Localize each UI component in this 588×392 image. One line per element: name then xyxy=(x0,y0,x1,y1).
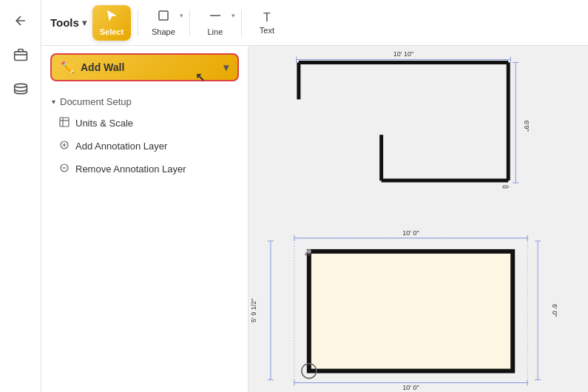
content-area: ✏️ Add Wall ▾ ↖ ▾ Document Setup xyxy=(41,46,588,392)
line-icon xyxy=(209,9,222,26)
add-annotation-label: Add Annotation Layer xyxy=(75,141,167,152)
sidebar xyxy=(0,0,41,392)
svg-rect-0 xyxy=(14,52,27,61)
separator-2 xyxy=(189,10,190,36)
svg-text:✏: ✏ xyxy=(502,182,510,192)
units-scale-item[interactable]: Units & Scale xyxy=(41,112,248,135)
svg-text:6' 0": 6' 0" xyxy=(551,304,558,317)
section-label: Document Setup xyxy=(60,96,132,107)
shape-icon xyxy=(157,9,170,26)
separator-3 xyxy=(241,10,242,36)
svg-text:6'9": 6'9" xyxy=(523,121,530,132)
main-area: Tools ▾ Select ▾ xyxy=(41,0,588,392)
add-wall-chevron[interactable]: ▾ xyxy=(223,61,229,73)
canvas-area: 10' 10" 6'9" ✏ xyxy=(249,46,588,392)
remove-annotation-item[interactable]: Remove Annotation Layer xyxy=(41,158,248,180)
select-icon xyxy=(105,9,118,26)
svg-rect-5 xyxy=(60,118,69,126)
select-label: Select xyxy=(100,27,124,36)
toolbar: Tools ▾ Select ▾ xyxy=(41,0,588,46)
cursor-icon: ↖ xyxy=(195,70,205,84)
add-wall-icon: ✏️ xyxy=(61,61,75,74)
line-label: Line xyxy=(207,27,223,36)
tools-chevron: ▾ xyxy=(82,18,87,28)
document-setup-header[interactable]: ▾ Document Setup xyxy=(41,92,248,112)
units-scale-icon xyxy=(59,117,70,129)
canvas-svg: 10' 10" 6'9" ✏ xyxy=(249,46,588,392)
add-wall-button[interactable]: ✏️ Add Wall ▾ ↖ xyxy=(50,53,239,81)
svg-text:10' 0": 10' 0" xyxy=(402,229,419,237)
line-tool-group: Line ▾ xyxy=(196,5,235,41)
add-annotation-icon xyxy=(59,140,70,152)
shape-tool-group: Shape ▾ xyxy=(144,5,183,41)
add-annotation-item[interactable]: Add Annotation Layer xyxy=(41,135,248,158)
line-tool-button[interactable]: Line xyxy=(196,5,234,41)
svg-point-2 xyxy=(14,84,27,87)
text-label: Text xyxy=(260,26,274,35)
back-button[interactable] xyxy=(7,7,34,34)
text-icon: T xyxy=(263,11,271,24)
separator-1 xyxy=(138,10,138,36)
toolbar-title: Tools ▾ xyxy=(50,16,87,29)
shape-label: Shape xyxy=(152,27,175,36)
svg-text:10' 0": 10' 0" xyxy=(402,384,419,391)
text-tool-button[interactable]: T Text xyxy=(248,5,286,41)
shape-tool-button[interactable]: Shape xyxy=(144,5,183,41)
briefcase-button[interactable] xyxy=(7,41,34,68)
svg-text:5' 9 1/2": 5' 9 1/2" xyxy=(250,299,257,322)
svg-point-45 xyxy=(307,249,311,254)
svg-text:10' 10": 10' 10" xyxy=(393,50,413,58)
add-wall-label: Add Wall xyxy=(81,61,124,73)
svg-rect-3 xyxy=(159,11,168,20)
svg-rect-42 xyxy=(309,251,513,371)
add-wall-left: ✏️ Add Wall xyxy=(61,61,124,74)
select-tool-group: Select ▾ xyxy=(92,5,132,41)
tools-label: Tools xyxy=(50,16,79,29)
remove-annotation-label: Remove Annotation Layer xyxy=(75,163,186,175)
left-panel: ✏️ Add Wall ▾ ↖ ▾ Document Setup xyxy=(41,46,249,392)
select-tool-button[interactable]: Select xyxy=(92,5,131,41)
layers-button[interactable] xyxy=(7,75,34,102)
units-scale-label: Units & Scale xyxy=(75,118,133,129)
document-setup-section: ▾ Document Setup Units & Scale xyxy=(41,89,248,183)
remove-annotation-icon xyxy=(59,163,70,175)
section-chevron: ▾ xyxy=(52,98,55,106)
